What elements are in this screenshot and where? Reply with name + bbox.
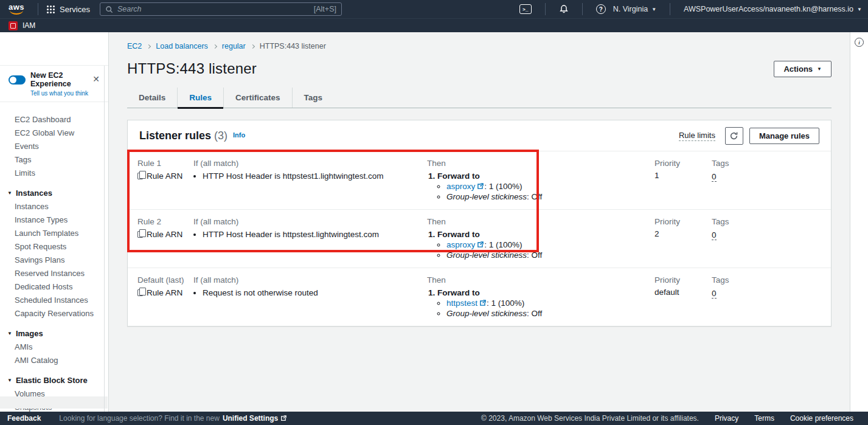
cloudshell-icon[interactable]: >_ <box>519 4 532 14</box>
sidebar-item-instance-types[interactable]: Instance Types <box>0 213 108 227</box>
search-placeholder: Search <box>117 5 310 13</box>
help-panel-strip: i <box>850 32 868 412</box>
nav-divider <box>670 3 670 15</box>
feedback-button[interactable]: Feedback <box>7 414 41 423</box>
rule-arn-copy-link[interactable]: Rule ARN <box>137 288 193 297</box>
sidebar-scrollbar[interactable] <box>104 66 105 412</box>
iam-service-icon <box>9 21 18 30</box>
stickiness-value: : Off <box>527 309 542 318</box>
sidebar-item-capacity-reservations[interactable]: Capacity Reservations <box>0 307 108 320</box>
caret-down-icon: ▼ <box>7 190 12 196</box>
rule-action-column: Then Forward to asproxy: 1 (100%) Group-… <box>427 217 654 260</box>
info-link[interactable]: Info <box>233 131 245 139</box>
priority-header: Priority <box>654 275 712 285</box>
sidebar-item-savings-plans[interactable]: Savings Plans <box>0 254 108 267</box>
sidebar-item-ami-catalog[interactable]: AMI Catalog <box>0 354 108 367</box>
sidebar-item-limits[interactable]: Limits <box>0 167 108 180</box>
actions-label: Actions <box>783 64 813 74</box>
stickiness-value: : Off <box>527 192 542 201</box>
close-icon[interactable]: ✕ <box>92 74 100 84</box>
copy-icon <box>137 231 143 238</box>
terms-link[interactable]: Terms <box>754 414 774 423</box>
target-group-link[interactable]: httpstest <box>446 299 477 308</box>
tags-count-link[interactable]: 0 <box>712 172 717 182</box>
sidebar-item-amis[interactable]: AMIs <box>0 340 108 354</box>
sidebar-item-events[interactable]: Events <box>0 140 108 153</box>
new-experience-box: New EC2 Experience Tell us what you thin… <box>0 65 108 102</box>
external-link-icon <box>280 415 286 421</box>
tags-count-link[interactable]: 0 <box>712 230 717 240</box>
stickiness-line: Group-level stickiness: Off <box>446 251 654 261</box>
forward-to-label: Forward to <box>437 230 480 239</box>
forward-to-label: Forward to <box>437 171 480 181</box>
rule-limits-link[interactable]: Rule limits <box>679 131 715 141</box>
services-menu-button[interactable]: Services <box>44 5 92 14</box>
rule-arn-copy-link[interactable]: Rule ARN <box>137 230 193 239</box>
aws-logo[interactable]: aws <box>9 4 24 15</box>
title-row: HTTPS:443 listener Actions ▼ <box>127 60 832 77</box>
sidebar-item-dedicated-hosts[interactable]: Dedicated Hosts <box>0 280 108 294</box>
target-group-line: asproxy: 1 (100%) <box>446 182 654 192</box>
refresh-button[interactable] <box>725 127 743 145</box>
then-header: Then <box>427 275 654 285</box>
cookie-preferences-link[interactable]: Cookie preferences <box>790 414 853 423</box>
rule-condition-column: If (all match) HTTP Host Header is https… <box>193 217 427 260</box>
top-navigation-bar: aws Services Search [Alt+S] >_ <box>0 0 868 18</box>
breadcrumb-load-balancers[interactable]: Load balancers <box>156 42 207 50</box>
rule-arn-label: Rule ARN <box>147 171 182 181</box>
tab-certificates[interactable]: Certificates <box>223 88 292 108</box>
feedback-link[interactable]: Tell us what you think <box>30 90 101 97</box>
tags-header: Tags <box>712 217 831 226</box>
region-selector[interactable]: N. Virginia ▼ <box>613 5 656 13</box>
breadcrumb-ec2[interactable]: EC2 <box>127 42 142 50</box>
favorite-iam-link[interactable]: IAM <box>23 21 35 30</box>
actions-button[interactable]: Actions ▼ <box>774 61 832 77</box>
rule-priority-column: Priority 2 <box>654 217 712 260</box>
rule-name-column: Default (last) Rule ARN <box>137 275 193 319</box>
rule-arn-copy-link[interactable]: Rule ARN <box>137 171 193 181</box>
info-icon[interactable]: i <box>855 38 864 47</box>
sidebar-section-instances[interactable]: ▼ Instances <box>0 186 108 200</box>
target-group-link[interactable]: asproxy <box>446 182 475 191</box>
new-experience-title: New EC2 Experience <box>30 71 101 88</box>
tags-count-link[interactable]: 0 <box>712 289 717 299</box>
listener-rule-row-default: Default (last) Rule ARN If (all match) R… <box>128 268 831 326</box>
tab-rules[interactable]: Rules <box>177 88 223 108</box>
target-group-link[interactable]: asproxy <box>446 240 475 249</box>
target-weight: : 1 (100%) <box>487 299 524 308</box>
account-menu[interactable]: AWSPowerUserAccess/navaneeth.kn@harness.… <box>684 5 862 13</box>
global-search-input[interactable]: Search [Alt+S] <box>100 2 342 16</box>
sidebar-section-elastic-block-store[interactable]: ▼ Elastic Block Store <box>0 373 108 387</box>
sidebar-item-reserved-instances[interactable]: Reserved Instances <box>0 267 108 280</box>
sidebar-item-tags[interactable]: Tags <box>0 153 108 167</box>
target-weight: : 1 (100%) <box>484 182 522 191</box>
sidebar-item-ec2-global-view[interactable]: EC2 Global View <box>0 126 108 140</box>
manage-rules-button[interactable]: Manage rules <box>749 128 819 144</box>
tab-details[interactable]: Details <box>127 88 177 108</box>
rule-name-column: Rule 1 Rule ARN <box>137 159 193 202</box>
sidebar-item-ec2-dashboard[interactable]: EC2 Dashboard <box>0 113 108 126</box>
account-label: AWSPowerUserAccess/navaneeth.kn@harness.… <box>684 5 853 13</box>
privacy-link[interactable]: Privacy <box>715 414 738 423</box>
breadcrumb-separator-icon <box>251 44 255 49</box>
forward-to-label: Forward to <box>437 288 480 297</box>
copyright-text: © 2023, Amazon Web Services India Privat… <box>481 414 699 423</box>
page-title: HTTPS:443 listener <box>127 60 257 77</box>
sidebar-item-spot-requests[interactable]: Spot Requests <box>0 240 108 254</box>
breadcrumb-regular[interactable]: regular <box>222 42 246 50</box>
sidebar-item-instances[interactable]: Instances <box>0 200 108 213</box>
services-label: Services <box>60 5 90 14</box>
then-header: Then <box>427 159 654 168</box>
chevron-down-icon: ▼ <box>857 7 862 12</box>
new-experience-toggle[interactable] <box>9 75 26 85</box>
tab-tags[interactable]: Tags <box>292 88 335 108</box>
rule-name: Rule 1 <box>137 159 193 168</box>
unified-settings-link[interactable]: Unified Settings <box>223 414 286 423</box>
sidebar-item-scheduled-instances[interactable]: Scheduled Instances <box>0 294 108 307</box>
help-icon[interactable]: ? <box>596 4 606 14</box>
sidebar-section-images[interactable]: ▼ Images <box>0 327 108 340</box>
section-label: Elastic Block Store <box>16 376 88 385</box>
breadcrumb-current: HTTPS:443 listener <box>260 42 326 50</box>
notifications-bell-icon[interactable] <box>559 4 569 14</box>
sidebar-item-launch-templates[interactable]: Launch Templates <box>0 227 108 240</box>
